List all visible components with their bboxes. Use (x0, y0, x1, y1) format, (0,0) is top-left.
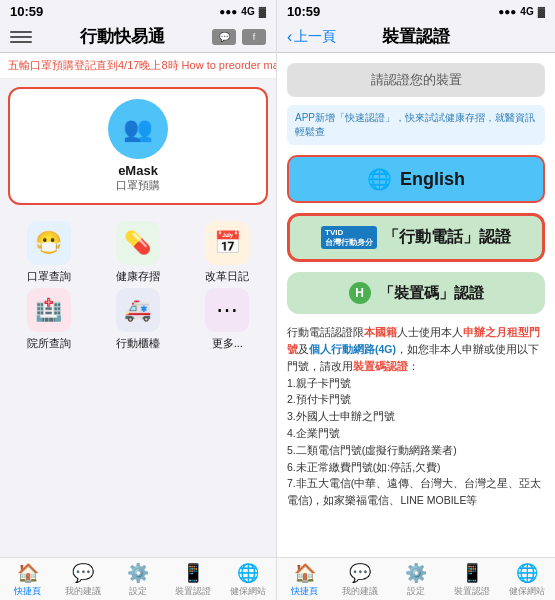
grid-item-mask[interactable]: 😷 口罩查詢 (8, 221, 89, 284)
right-nav-bar: ‹ 上一頁 裝置認證 (277, 21, 555, 53)
home-tab-label: 快捷頁 (14, 585, 41, 598)
nhi-tab-icon: 🌐 (237, 562, 259, 584)
english-button[interactable]: 🌐 English (287, 155, 545, 203)
grid-item-mobile-counter[interactable]: 🚑 行動櫃檯 (97, 288, 178, 351)
facebook-icon[interactable]: f (242, 29, 266, 45)
left-nav-title: 行動快易通 (32, 25, 212, 48)
verify-header: 請認證您的裝置 (287, 63, 545, 97)
back-chevron-icon: ‹ (287, 28, 292, 46)
network-label: 4G (241, 6, 254, 17)
right-status-icons: ●●● 4G ▓ (498, 6, 545, 17)
desc-prefix: 行動電話認證限 (287, 326, 364, 338)
right-panel: 10:59 ●●● 4G ▓ ‹ 上一頁 裝置認證 請認證您的裝置 APP新增「… (277, 0, 555, 600)
grid-row-1: 😷 口罩查詢 💊 健康存摺 📅 改革日記 (0, 213, 276, 288)
menu-icon[interactable] (10, 26, 32, 48)
banner-avatar: 👥 (108, 99, 168, 159)
suggest-tab-icon: 💬 (72, 562, 94, 584)
grid-row-2: 🏥 院所查詢 🚑 行動櫃檯 ⋯ 更多... (0, 288, 276, 355)
nav-action-icons: 💬 f (212, 29, 266, 45)
home-tab-icon: 🏠 (17, 562, 39, 584)
desc-highlight-device-code: 裝置碼認證 (353, 360, 408, 372)
battery-icon: ▓ (259, 6, 266, 17)
chat-icon[interactable]: 💬 (212, 29, 236, 45)
suggest-tab-label: 我的建議 (65, 585, 101, 598)
r-settings-tab-label: 設定 (407, 585, 425, 598)
main-banner[interactable]: 👥 eMask 口罩預購 (8, 87, 268, 205)
right-tab-nhi[interactable]: 🌐 健保網站 (499, 562, 555, 598)
ticker-text: 五輸口罩預購登記直到4/17晚上8時 How to preorder mas (8, 59, 276, 71)
right-tab-home[interactable]: 🏠 快捷頁 (277, 562, 333, 598)
r-network-label: 4G (520, 6, 533, 17)
right-status-bar: 10:59 ●●● 4G ▓ (277, 0, 555, 21)
auth-description: 行動電話認證限本國籍人士使用本人申辦之月租型門號及個人行動網路(4G)，如您非本… (287, 324, 545, 509)
right-time: 10:59 (287, 4, 320, 19)
info-banner-text: APP新增「快速認證」，快來試試健康存摺，就醫資訊輕鬆查 (295, 112, 535, 137)
hospital-label: 院所查詢 (27, 336, 71, 351)
english-label: English (400, 169, 465, 190)
r-nhi-tab-icon: 🌐 (516, 562, 538, 584)
left-tab-nhi[interactable]: 🌐 健保網站 (221, 562, 276, 598)
settings-tab-icon: ⚙️ (127, 562, 149, 584)
mask-label: 口罩查詢 (27, 269, 71, 284)
left-nav-bar: 行動快易通 💬 f (0, 21, 276, 53)
more-icon: ⋯ (205, 288, 249, 332)
left-status-bar: 10:59 ●●● 4G ▓ (0, 0, 276, 21)
reform-label: 改革日記 (205, 269, 249, 284)
mobile-counter-icon: 🚑 (116, 288, 160, 332)
signal-icon: ●●● (219, 6, 237, 17)
nhi-tab-label: 健保網站 (230, 585, 266, 598)
mobile-auth-button[interactable]: TVID台灣行動身分 「行動電話」認證 (287, 213, 545, 262)
device-code-button[interactable]: H 「裝置碼」認證 (287, 272, 545, 314)
left-tab-device[interactable]: 📱 裝置認證 (166, 562, 221, 598)
r-suggest-tab-label: 我的建議 (342, 585, 378, 598)
right-tab-bar: 🏠 快捷頁 💬 我的建議 ⚙️ 設定 📱 裝置認證 🌐 健保網站 (277, 557, 555, 600)
right-nav-title: 裝置認證 (336, 25, 495, 48)
r-nhi-tab-label: 健保網站 (509, 585, 545, 598)
tvid-text: TVID台灣行動身分 (325, 228, 373, 247)
verify-header-text: 請認證您的裝置 (371, 72, 462, 87)
banner-emoji: 👥 (123, 115, 153, 143)
grid-item-health[interactable]: 💊 健康存摺 (97, 221, 178, 284)
r-home-tab-icon: 🏠 (294, 562, 316, 584)
right-tab-device[interactable]: 📱 裝置認證 (444, 562, 500, 598)
device-tab-icon: 📱 (182, 562, 204, 584)
grid-item-more[interactable]: ⋯ 更多... (187, 288, 268, 351)
grid-item-reform[interactable]: 📅 改革日記 (187, 221, 268, 284)
left-panel: 10:59 ●●● 4G ▓ 行動快易通 💬 f 五輸口罩預購登記直到4/17晚… (0, 0, 277, 600)
left-tab-settings[interactable]: ⚙️ 設定 (110, 562, 165, 598)
ticker-bar: 五輸口罩預購登記直到4/17晚上8時 How to preorder mas (0, 53, 276, 79)
health-label: 健康存摺 (116, 269, 160, 284)
language-icon: 🌐 (367, 167, 392, 191)
right-content: 請認證您的裝置 APP新增「快速認證」，快來試試健康存摺，就醫資訊輕鬆查 🌐 E… (277, 53, 555, 557)
device-tab-label: 裝置認證 (175, 585, 211, 598)
mobile-auth-label: 「行動電話」認證 (383, 227, 511, 248)
desc-highlight-network: 個人行動網路(4G) (309, 343, 396, 355)
left-time: 10:59 (10, 4, 43, 19)
mask-icon: 😷 (27, 221, 71, 265)
back-label: 上一頁 (294, 28, 336, 46)
r-device-tab-label: 裝置認證 (454, 585, 490, 598)
tvid-badge: TVID台灣行動身分 (321, 226, 377, 249)
settings-tab-label: 設定 (129, 585, 147, 598)
right-tab-suggest[interactable]: 💬 我的建議 (333, 562, 389, 598)
r-suggest-tab-icon: 💬 (349, 562, 371, 584)
r-battery-icon: ▓ (538, 6, 545, 17)
h-badge-icon: H (349, 282, 371, 304)
left-tab-bar: 🏠 快捷頁 💬 我的建議 ⚙️ 設定 📱 裝置認證 🌐 健保網站 (0, 557, 276, 600)
reform-icon: 📅 (205, 221, 249, 265)
back-button[interactable]: ‹ 上一頁 (287, 28, 336, 46)
r-settings-tab-icon: ⚙️ (405, 562, 427, 584)
device-code-label: 「裝置碼」認證 (379, 284, 484, 303)
left-tab-home[interactable]: 🏠 快捷頁 (0, 562, 55, 598)
left-tab-suggest[interactable]: 💬 我的建議 (55, 562, 110, 598)
banner-title: eMask (118, 163, 158, 178)
more-label: 更多... (212, 336, 243, 351)
r-signal-icon: ●●● (498, 6, 516, 17)
health-icon: 💊 (116, 221, 160, 265)
hospital-icon: 🏥 (27, 288, 71, 332)
mobile-counter-label: 行動櫃檯 (116, 336, 160, 351)
desc-highlight-citizenship: 本國籍 (364, 326, 397, 338)
r-home-tab-label: 快捷頁 (291, 585, 318, 598)
grid-item-hospital[interactable]: 🏥 院所查詢 (8, 288, 89, 351)
right-tab-settings[interactable]: ⚙️ 設定 (388, 562, 444, 598)
